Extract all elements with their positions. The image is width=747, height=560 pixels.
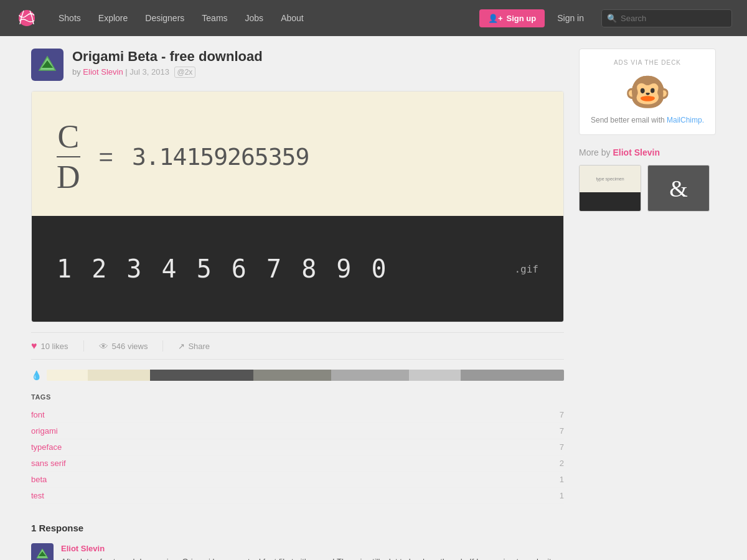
fraction-numerator: C: [57, 118, 79, 155]
nav-designers[interactable]: Designers: [138, 8, 192, 28]
tag-font[interactable]: font: [31, 410, 45, 419]
more-title: More by Eliot Slevin: [579, 147, 716, 157]
likes-count: 10 likes: [41, 342, 68, 351]
tag-sansserif[interactable]: sans serif: [31, 459, 66, 468]
swatch-6: [409, 370, 461, 381]
response-text: After lots of not much happening, Origam…: [61, 556, 564, 560]
content-area: Origami Beta - free download by Eliot Sl…: [31, 49, 564, 560]
tag-origami-count: 7: [560, 426, 564, 436]
tag-row-origami: origami 7: [31, 423, 564, 439]
nav-about[interactable]: About: [273, 8, 311, 28]
main-container: Origami Beta - free download by Eliot Sl…: [31, 36, 716, 560]
tag-test[interactable]: test: [31, 491, 44, 500]
tags-title: Tags: [31, 393, 564, 401]
color-palette: 💧: [31, 370, 564, 381]
search-icon: 🔍: [607, 14, 617, 23]
palette-swatches: [47, 370, 564, 381]
views-count: 546 views: [112, 342, 148, 351]
swatch-5: [331, 370, 409, 381]
signup-button[interactable]: 👤+ Sign up: [479, 9, 545, 27]
shot-image-wrapper: C D = 3.14159265359 1 2 3 4 5 6 7 8 9 0 …: [31, 91, 564, 322]
shot-bottom: 1 2 3 4 5 6 7 8 9 0 .gif: [32, 216, 563, 322]
fraction-bar: [57, 156, 80, 157]
swatch-3: [150, 370, 253, 381]
tag-row-typeface: typeface 7: [31, 439, 564, 455]
tag-row-font: font 7: [31, 407, 564, 423]
nav-teams[interactable]: Teams: [194, 8, 235, 28]
by-line: by Eliot Slevin | Jul 3, 2013 @2x: [72, 67, 263, 77]
fraction-denominator: D: [57, 159, 80, 195]
tag-font-count: 7: [560, 410, 564, 419]
tag-row-sansserif: sans serif 2: [31, 455, 564, 472]
author-link[interactable]: Eliot Slevin: [83, 67, 123, 77]
stats-row: ♥ 10 likes 👁 546 views ↗ Share: [31, 332, 564, 360]
ads-text: Send better email with MailChimp.: [590, 116, 705, 124]
tag-typeface[interactable]: typeface: [31, 442, 62, 452]
nav-links: Shots Explore Designers Teams Jobs About: [51, 8, 479, 28]
tag-row-test: test 1: [31, 488, 564, 504]
palette-icon: 💧: [31, 370, 42, 380]
tag-beta[interactable]: beta: [31, 475, 47, 484]
more-thumb-2[interactable]: &: [647, 165, 710, 212]
tag-row-beta: beta 1: [31, 472, 564, 488]
thumb-top-area: type specimen: [580, 166, 641, 192]
search-wrapper: 🔍: [601, 9, 732, 27]
nav-explore[interactable]: Explore: [91, 8, 135, 28]
shot-top: C D = 3.14159265359: [32, 91, 563, 216]
responses-title: 1 Response: [31, 516, 564, 533]
author-avatar: [31, 49, 63, 81]
stats-separator-1: [83, 340, 84, 352]
more-author-link[interactable]: Eliot Slevin: [613, 147, 659, 157]
swatch-2: [88, 370, 150, 381]
shot-header: Origami Beta - free download by Eliot Sl…: [31, 49, 564, 81]
swatch-4: [253, 370, 331, 381]
gif-label: .gif: [389, 263, 538, 275]
main-nav: Shots Explore Designers Teams Jobs About…: [0, 0, 747, 36]
share-button[interactable]: ↗ Share: [178, 342, 210, 351]
tag-beta-count: 1: [560, 475, 564, 484]
swatch-7: [461, 370, 564, 381]
response-body: Eliot Slevin After lots of not much happ…: [61, 543, 564, 560]
stats-separator-2: [162, 340, 163, 352]
shot-meta: Origami Beta - free download by Eliot Sl…: [72, 49, 263, 77]
share-icon: ↗: [178, 342, 185, 351]
response-avatar: [31, 543, 54, 560]
tag-typeface-count: 7: [560, 442, 564, 452]
shot-numbers: 1 2 3 4 5 6 7 8 9 0: [57, 254, 389, 283]
mailchimp-link[interactable]: MailChimp.: [667, 116, 704, 124]
likes-stat: ♥ 10 likes: [31, 340, 68, 352]
tag-test-count: 1: [560, 491, 564, 500]
sidebar: ADS VIA THE DECK 🐵 Send better email wit…: [579, 49, 716, 560]
responses-section: 1 Response Eliot Slevin After lots of no…: [31, 516, 564, 560]
eye-icon: 👁: [99, 341, 108, 352]
heart-icon: ♥: [31, 340, 37, 352]
shot-fraction: C D: [57, 118, 80, 195]
shot-title: Origami Beta - free download: [72, 49, 263, 65]
person-plus-icon: 👤+: [488, 14, 503, 23]
tag-origami[interactable]: origami: [31, 426, 58, 436]
tags-section: Tags font 7 origami 7 typeface 7 sans se…: [31, 393, 564, 504]
pi-value: 3.14159265359: [132, 143, 309, 170]
more-thumb-1[interactable]: type specimen: [579, 165, 641, 212]
share-label: Share: [188, 342, 210, 351]
more-thumbs: type specimen &: [579, 165, 716, 212]
search-input[interactable]: [601, 9, 732, 27]
tag-sansserif-count: 2: [560, 459, 564, 468]
dribbble-logo[interactable]: [15, 9, 39, 27]
mailchimp-image: 🐵: [590, 73, 705, 111]
signin-link[interactable]: Sign in: [550, 8, 591, 28]
ampersand-symbol: &: [669, 175, 688, 202]
views-stat: 👁 546 views: [99, 341, 148, 352]
more-section: More by Eliot Slevin type specimen &: [579, 147, 716, 212]
response-item: Eliot Slevin After lots of not much happ…: [31, 543, 564, 560]
ads-box: ADS VIA THE DECK 🐵 Send better email wit…: [579, 49, 716, 135]
nav-shots[interactable]: Shots: [51, 8, 88, 28]
ads-title: ADS VIA THE DECK: [590, 59, 705, 66]
swatch-1: [47, 370, 88, 381]
response-author-link[interactable]: Eliot Slevin: [61, 544, 105, 553]
thumb-bottom-area: [580, 192, 641, 211]
equals-sign: =: [99, 143, 113, 171]
nav-jobs[interactable]: Jobs: [238, 8, 271, 28]
shot-canvas: C D = 3.14159265359 1 2 3 4 5 6 7 8 9 0 …: [32, 91, 563, 322]
